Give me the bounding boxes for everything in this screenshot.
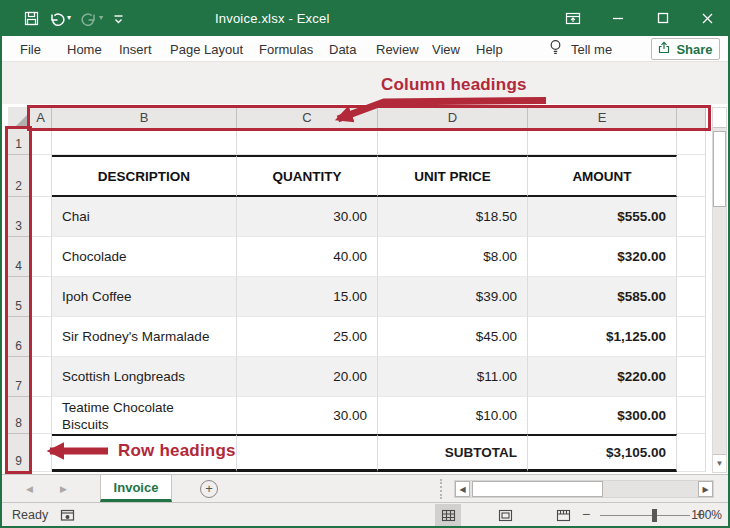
- cell-C9[interactable]: [237, 434, 378, 472]
- column-header-B[interactable]: B: [52, 107, 237, 129]
- new-sheet-button[interactable]: +: [200, 480, 218, 498]
- cell-F9[interactable]: [677, 434, 706, 472]
- cell-E4[interactable]: $320.00: [528, 237, 677, 277]
- scroll-up-button[interactable]: [713, 108, 726, 128]
- horizontal-scrollbar-thumb[interactable]: [472, 481, 603, 497]
- cell-C8[interactable]: 30.00: [237, 397, 378, 434]
- cell-A7[interactable]: [30, 357, 52, 397]
- zoom-out-button[interactable]: −: [582, 506, 590, 522]
- normal-view-button[interactable]: [435, 504, 461, 526]
- cell-E8[interactable]: $300.00: [528, 397, 677, 434]
- scroll-right-icon[interactable]: ▶: [698, 481, 713, 497]
- next-sheet-icon[interactable]: ▶: [60, 484, 67, 494]
- row-header-5[interactable]: 5: [8, 277, 30, 317]
- cell-B4[interactable]: Chocolade: [52, 237, 237, 277]
- cell-D4[interactable]: $8.00: [378, 237, 528, 277]
- share-button[interactable]: Share: [651, 38, 720, 60]
- ribbon-tab-formulas[interactable]: Formulas: [259, 36, 313, 62]
- ribbon-display-options-icon[interactable]: [550, 0, 595, 36]
- cell-E2[interactable]: AMOUNT: [528, 155, 677, 197]
- cell-F1[interactable]: [677, 129, 706, 155]
- row-header-3[interactable]: 3: [8, 197, 30, 237]
- cell-D7[interactable]: $11.00: [378, 357, 528, 397]
- scroll-down-icon[interactable]: ▼: [713, 454, 726, 472]
- redo-dropdown-icon[interactable]: ▾: [99, 14, 103, 22]
- row-header-7[interactable]: 7: [8, 357, 30, 397]
- row-header-1[interactable]: 1: [8, 129, 30, 155]
- cell-B7[interactable]: Scottish Longbreads: [52, 357, 237, 397]
- cell-A8[interactable]: [30, 397, 52, 434]
- ribbon-tab-view[interactable]: View: [432, 36, 460, 62]
- tab-scroll-separator[interactable]: [440, 479, 442, 499]
- cell-D1[interactable]: [378, 129, 528, 155]
- cell-A1[interactable]: [30, 129, 52, 155]
- cell-B1[interactable]: [52, 129, 237, 155]
- ribbon-tab-data[interactable]: Data: [329, 36, 356, 62]
- cell-F4[interactable]: [677, 237, 706, 277]
- cell-F8[interactable]: [677, 397, 706, 434]
- cell-D9[interactable]: SUBTOTAL: [378, 434, 528, 472]
- cell-F7[interactable]: [677, 357, 706, 397]
- cell-C2[interactable]: QUANTITY: [237, 155, 378, 197]
- cell-A2[interactable]: [30, 155, 52, 197]
- cell-A3[interactable]: [30, 197, 52, 237]
- cell-C7[interactable]: 20.00: [237, 357, 378, 397]
- cell-D8[interactable]: $10.00: [378, 397, 528, 434]
- horizontal-scrollbar[interactable]: ◀ ▶: [454, 480, 714, 498]
- maximize-button[interactable]: [640, 0, 685, 36]
- column-header-A[interactable]: A: [30, 107, 52, 129]
- cell-C5[interactable]: 15.00: [237, 277, 378, 317]
- ribbon-tab-home[interactable]: Home: [67, 36, 102, 62]
- tell-me-button[interactable]: Tell me: [548, 36, 612, 62]
- ribbon-tab-review[interactable]: Review: [376, 36, 419, 62]
- macro-record-icon[interactable]: [60, 508, 75, 526]
- cell-B8[interactable]: Teatime Chocolate Biscuits: [52, 397, 237, 434]
- cell-D5[interactable]: $39.00: [378, 277, 528, 317]
- row-header-2[interactable]: 2: [8, 155, 30, 197]
- cell-E7[interactable]: $220.00: [528, 357, 677, 397]
- ribbon-tab-page-layout[interactable]: Page Layout: [170, 36, 243, 62]
- cell-C6[interactable]: 25.00: [237, 317, 378, 357]
- row-header-6[interactable]: 6: [8, 317, 30, 357]
- cell-E6[interactable]: $1,125.00: [528, 317, 677, 357]
- cell-B5[interactable]: Ipoh Coffee: [52, 277, 237, 317]
- cell-C4[interactable]: 40.00: [237, 237, 378, 277]
- vertical-scrollbar[interactable]: ▼: [712, 107, 727, 473]
- column-header-C[interactable]: C: [237, 107, 378, 129]
- page-layout-view-button[interactable]: [492, 504, 518, 526]
- scroll-left-icon[interactable]: ◀: [455, 481, 470, 497]
- column-header-E[interactable]: E: [528, 107, 677, 129]
- cell-E1[interactable]: [528, 129, 677, 155]
- cell-A4[interactable]: [30, 237, 52, 277]
- cell-B3[interactable]: Chai: [52, 197, 237, 237]
- cell-D2[interactable]: UNIT PRICE: [378, 155, 528, 197]
- close-button[interactable]: [685, 0, 730, 36]
- redo-button[interactable]: ▾: [81, 11, 103, 26]
- previous-sheet-icon[interactable]: ◀: [26, 484, 33, 494]
- row-header-9[interactable]: 9: [8, 434, 30, 472]
- customize-quick-access-icon[interactable]: [113, 12, 124, 25]
- cell-F5[interactable]: [677, 277, 706, 317]
- minimize-button[interactable]: [595, 0, 640, 36]
- save-icon[interactable]: [24, 11, 39, 26]
- cell-F3[interactable]: [677, 197, 706, 237]
- cell-A5[interactable]: [30, 277, 52, 317]
- cell-D3[interactable]: $18.50: [378, 197, 528, 237]
- column-header-partial[interactable]: [677, 107, 706, 129]
- select-all-corner[interactable]: [8, 107, 30, 129]
- cell-B2[interactable]: DESCRIPTION: [52, 155, 237, 197]
- page-break-preview-button[interactable]: [550, 504, 576, 526]
- undo-button[interactable]: ▾: [49, 11, 71, 26]
- cell-C3[interactable]: 30.00: [237, 197, 378, 237]
- zoom-slider[interactable]: [600, 515, 690, 516]
- cell-E3[interactable]: $555.00: [528, 197, 677, 237]
- zoom-slider-thumb[interactable]: [652, 509, 657, 522]
- cell-D6[interactable]: $45.00: [378, 317, 528, 357]
- column-header-D[interactable]: D: [378, 107, 528, 129]
- cell-C1[interactable]: [237, 129, 378, 155]
- cell-E9[interactable]: $3,105.00: [528, 434, 677, 472]
- ribbon-tab-help[interactable]: Help: [476, 36, 503, 62]
- row-header-8[interactable]: 8: [8, 397, 30, 434]
- ribbon-tab-insert[interactable]: Insert: [119, 36, 152, 62]
- cell-F2[interactable]: [677, 155, 706, 197]
